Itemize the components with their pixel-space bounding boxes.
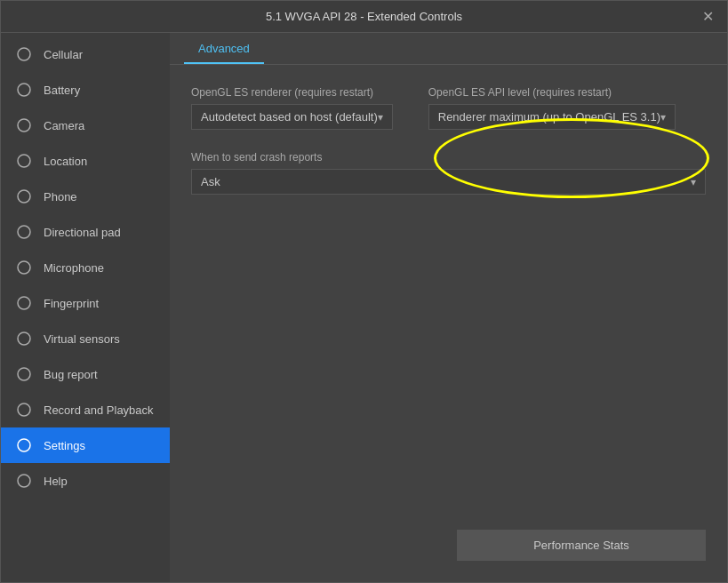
svg-point-7 — [18, 297, 30, 309]
main-window: 5.1 WVGA API 28 - Extended Controls ✕ Ce… — [0, 0, 728, 583]
crash-label: When to send crash reports — [191, 151, 706, 164]
svg-point-9 — [18, 368, 30, 380]
crash-select[interactable]: Ask ▾ — [191, 169, 706, 195]
opengl-api-select[interactable]: Renderer maximum (up to OpenGL ES 3.1) ▾ — [428, 104, 676, 130]
sidebar-label-microphone: Microphone — [44, 261, 104, 275]
crash-arrow-icon: ▾ — [691, 176, 696, 188]
sidebar-label-bug-report: Bug report — [44, 368, 98, 381]
svg-point-11 — [18, 439, 30, 451]
sidebar-label-fingerprint: Fingerprint — [44, 297, 99, 310]
tab-bar: Advanced — [170, 33, 727, 65]
crash-value: Ask — [201, 175, 691, 188]
sidebar-item-battery[interactable]: Battery — [1, 72, 170, 108]
performance-stats-area: Performance Stats — [457, 530, 706, 561]
opengl-renderer-value: Autodetect based on host (default) — [201, 110, 378, 124]
svg-point-6 — [18, 261, 30, 274]
window-title: 5.1 WVGA API 28 - Extended Controls — [29, 10, 699, 23]
main-area: Advanced OpenGL ES renderer (requires re… — [170, 33, 727, 582]
svg-point-10 — [18, 403, 30, 416]
performance-stats-button[interactable]: Performance Stats — [457, 530, 706, 561]
sidebar-item-camera[interactable]: Camera — [1, 108, 170, 143]
content-area: CellularBatteryCameraLocationPhoneDirect… — [1, 33, 727, 582]
svg-point-8 — [18, 332, 30, 345]
tab-advanced[interactable]: Advanced — [184, 33, 264, 64]
sidebar-item-directional-pad[interactable]: Directional pad — [1, 214, 170, 250]
sidebar-label-phone: Phone — [44, 190, 77, 204]
sidebar-item-virtual-sensors[interactable]: Virtual sensors — [1, 321, 170, 356]
title-bar: 5.1 WVGA API 28 - Extended Controls ✕ — [1, 1, 727, 33]
settings-icon — [15, 436, 33, 454]
battery-icon — [15, 81, 33, 99]
location-icon — [15, 152, 33, 170]
sidebar-label-location: Location — [44, 155, 87, 168]
opengl-renderer-label: OpenGL ES renderer (requires restart) — [191, 86, 393, 99]
crash-group: When to send crash reports Ask ▾ — [191, 151, 706, 195]
svg-point-12 — [18, 475, 30, 487]
bug-report-icon — [15, 365, 33, 383]
virtual-sensors-icon — [15, 330, 33, 347]
sidebar-item-phone[interactable]: Phone — [1, 179, 170, 214]
close-button[interactable]: ✕ — [699, 8, 716, 26]
sidebar: CellularBatteryCameraLocationPhoneDirect… — [1, 33, 170, 582]
opengl-api-value: Renderer maximum (up to OpenGL ES 3.1) — [438, 110, 660, 124]
sidebar-item-bug-report[interactable]: Bug report — [1, 356, 170, 392]
sidebar-label-help: Help — [44, 475, 68, 488]
opengl-renderer-group: OpenGL ES renderer (requires restart) Au… — [191, 86, 393, 130]
help-icon — [15, 472, 33, 490]
opengl-renderer-select[interactable]: Autodetect based on host (default) ▾ — [191, 104, 393, 130]
camera-icon — [15, 116, 33, 134]
svg-point-4 — [18, 190, 30, 203]
opengl-api-arrow-icon: ▾ — [660, 111, 666, 124]
sidebar-label-settings: Settings — [44, 439, 85, 452]
sidebar-item-fingerprint[interactable]: Fingerprint — [1, 285, 170, 321]
phone-icon — [15, 188, 33, 205]
sidebar-label-record-playback: Record and Playback — [44, 403, 154, 417]
opengl-api-label: OpenGL ES API level (requires restart) — [428, 86, 676, 99]
svg-point-0 — [18, 48, 30, 60]
sidebar-item-microphone[interactable]: Microphone — [1, 250, 170, 285]
cellular-icon — [15, 45, 33, 63]
svg-point-1 — [18, 84, 30, 96]
sidebar-item-location[interactable]: Location — [1, 143, 170, 179]
sidebar-label-directional-pad: Directional pad — [44, 226, 121, 239]
sidebar-item-record-playback[interactable]: Record and Playback — [1, 392, 170, 427]
crash-form-row: When to send crash reports Ask ▾ — [191, 151, 706, 195]
sidebar-item-settings[interactable]: Settings — [1, 427, 170, 463]
opengl-form-row: OpenGL ES renderer (requires restart) Au… — [191, 86, 706, 130]
settings-content: OpenGL ES renderer (requires restart) Au… — [170, 65, 727, 582]
sidebar-item-cellular[interactable]: Cellular — [1, 36, 170, 72]
sidebar-item-help[interactable]: Help — [1, 463, 170, 499]
sidebar-label-virtual-sensors: Virtual sensors — [44, 332, 120, 346]
svg-point-5 — [18, 226, 30, 238]
svg-point-2 — [18, 119, 30, 132]
microphone-icon — [15, 259, 33, 276]
sidebar-label-cellular: Cellular — [44, 48, 83, 61]
opengl-renderer-arrow-icon: ▾ — [378, 111, 383, 124]
fingerprint-icon — [15, 294, 33, 312]
svg-point-3 — [18, 155, 30, 167]
sidebar-label-battery: Battery — [44, 84, 80, 97]
record-playback-icon — [15, 401, 33, 419]
opengl-api-group: OpenGL ES API level (requires restart) R… — [428, 86, 676, 130]
sidebar-label-camera: Camera — [44, 119, 84, 132]
directional-pad-icon — [15, 223, 33, 241]
